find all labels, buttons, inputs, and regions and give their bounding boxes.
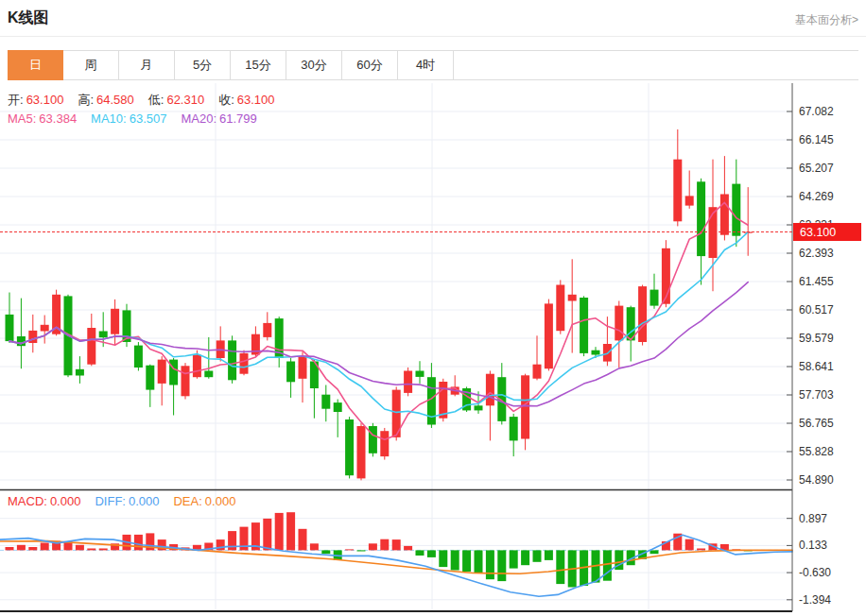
svg-text:64.269: 64.269 <box>799 190 834 203</box>
ma-lines <box>9 202 748 439</box>
svg-text:-1.394: -1.394 <box>799 593 831 607</box>
svg-text:59.579: 59.579 <box>799 332 834 345</box>
ma-readout: MA5:63.384MA10:63.507MA20:61.799 <box>8 111 271 126</box>
svg-text:55.828: 55.828 <box>799 445 834 458</box>
svg-text:67.082: 67.082 <box>799 105 834 118</box>
svg-text:63.100: 63.100 <box>800 226 836 239</box>
high-label: 高: <box>78 93 94 107</box>
high-value: 64.580 <box>96 93 134 107</box>
ma5-label: MA5: <box>8 111 36 126</box>
close-value: 63.100 <box>237 93 275 107</box>
dea-label: DEA: <box>173 494 201 508</box>
svg-text:62.393: 62.393 <box>799 247 834 260</box>
svg-text:65.207: 65.207 <box>799 162 834 175</box>
last-price-marker: 63.100 <box>793 223 861 241</box>
open-value: 63.100 <box>26 93 64 107</box>
svg-text:60.517: 60.517 <box>799 303 834 317</box>
low-value: 62.310 <box>166 93 204 107</box>
candles <box>6 129 753 480</box>
close-label: 收: <box>218 93 234 107</box>
svg-text:56.765: 56.765 <box>799 417 834 430</box>
ma10-label: MA10: <box>91 111 127 126</box>
ma20-label: MA20: <box>181 111 216 126</box>
diff-value: 0.000 <box>129 494 160 508</box>
svg-text:61.455: 61.455 <box>799 275 834 288</box>
svg-text:0.133: 0.133 <box>799 539 827 552</box>
macd-value: 0.000 <box>50 494 81 508</box>
macd-panel <box>0 512 792 596</box>
ma10-value: 63.507 <box>130 111 167 126</box>
low-label: 低: <box>148 93 165 107</box>
price-axis: 67.08266.14565.20764.26963.33162.39361.4… <box>0 83 834 611</box>
macd-readout: MACD:0.000DIFF:0.000DEA:0.000 <box>8 494 250 508</box>
dea-value: 0.000 <box>205 494 236 508</box>
diff-label: DIFF: <box>95 494 126 508</box>
svg-text:0.897: 0.897 <box>799 512 827 525</box>
ma20-value: 61.799 <box>219 111 257 126</box>
svg-text:66.145: 66.145 <box>799 133 834 146</box>
ohlc-readout: 开:63.100高:64.580低:62.310收:63.100 <box>8 92 289 109</box>
svg-text:58.641: 58.641 <box>799 360 834 373</box>
kline-page: K线图 基本面分析> 日 周 月 5分 15分 30分 60分 4时 67.08… <box>0 0 866 616</box>
svg-text:54.890: 54.890 <box>799 473 834 487</box>
ma5-value: 63.384 <box>39 111 77 126</box>
macd-label: MACD: <box>8 494 47 508</box>
svg-text:-0.630: -0.630 <box>799 566 831 579</box>
svg-text:57.703: 57.703 <box>799 388 834 402</box>
open-label: 开: <box>8 93 24 107</box>
